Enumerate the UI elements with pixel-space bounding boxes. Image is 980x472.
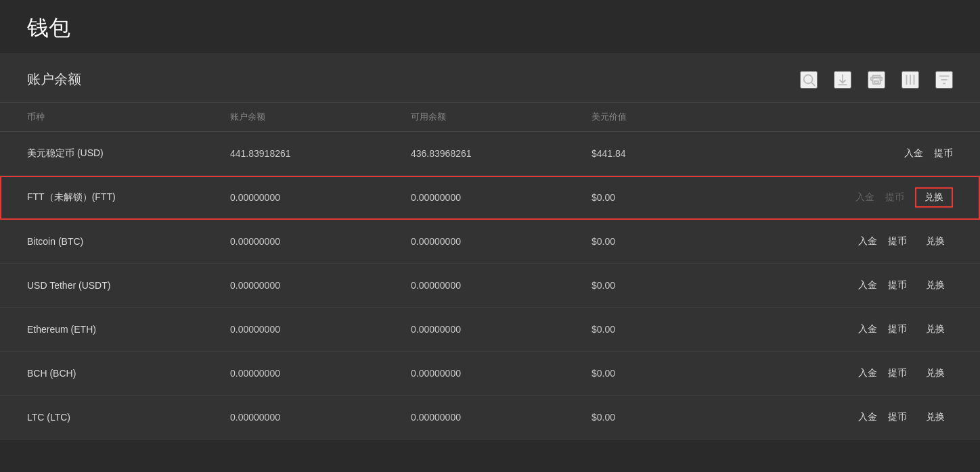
exchange-button-bch[interactable]: 兑换 xyxy=(918,364,953,382)
exchange-button-btc[interactable]: 兑换 xyxy=(918,233,953,250)
print-icon[interactable] xyxy=(868,71,885,89)
currency-name-ltc: LTC (LTC) xyxy=(27,412,230,423)
exchange-button-ltc[interactable]: 兑换 xyxy=(918,408,953,426)
exchange-button-eth[interactable]: 兑换 xyxy=(918,321,953,338)
header-usd-value: 美元价值 xyxy=(592,111,772,123)
svg-rect-3 xyxy=(874,80,878,83)
actions-bch: 入金提币兑换 xyxy=(772,364,953,382)
table-body: 美元稳定币 (USD)441.83918261436.83968261$441.… xyxy=(0,132,980,440)
section-title: 账户余额 xyxy=(27,70,81,89)
withdraw-button-eth[interactable]: 提币 xyxy=(888,323,907,335)
header-currency: 币种 xyxy=(27,111,230,123)
exchange-button-ftt[interactable]: 兑换 xyxy=(915,187,953,208)
usd-value-ltc: $0.00 xyxy=(592,412,772,423)
actions-ltc: 入金提币兑换 xyxy=(772,408,953,426)
usd-value-btc: $0.00 xyxy=(592,236,772,247)
currency-name-usd: 美元稳定币 (USD) xyxy=(27,147,230,160)
table-row: LTC (LTC)0.000000000.00000000$0.00入金提币兑换 xyxy=(0,396,980,440)
svg-line-1 xyxy=(811,82,815,86)
main-content: 账户余额 xyxy=(0,54,980,440)
columns-icon[interactable] xyxy=(901,71,919,89)
deposit-button-usdt[interactable]: 入金 xyxy=(858,279,877,291)
svg-point-0 xyxy=(804,74,813,83)
page-title: 钱包 xyxy=(27,14,953,43)
currency-name-ftt: FTT（未解锁）(FTT) xyxy=(27,191,230,204)
usd-value-usdt: $0.00 xyxy=(592,280,772,291)
account-balance-bch: 0.00000000 xyxy=(230,368,411,379)
withdraw-button-bch[interactable]: 提币 xyxy=(888,367,907,379)
usd-value-ftt: $0.00 xyxy=(592,192,772,203)
deposit-button-eth[interactable]: 入金 xyxy=(858,323,877,335)
available-balance-usdt: 0.00000000 xyxy=(411,280,592,291)
table-row: 美元稳定币 (USD)441.83918261436.83968261$441.… xyxy=(0,132,980,176)
available-balance-ftt: 0.00000000 xyxy=(411,192,592,203)
usd-value-bch: $0.00 xyxy=(592,368,772,379)
table-row: FTT（未解锁）(FTT)0.000000000.00000000$0.00入金… xyxy=(0,176,980,220)
currency-name-bch: BCH (BCH) xyxy=(27,368,230,379)
available-balance-eth: 0.00000000 xyxy=(411,324,592,335)
header-available-balance: 可用余额 xyxy=(411,111,592,123)
deposit-button-ftt: 入金 xyxy=(855,191,874,204)
available-balance-btc: 0.00000000 xyxy=(411,236,592,247)
table-row: USD Tether (USDT)0.000000000.00000000$0.… xyxy=(0,264,980,308)
account-balance-usdt: 0.00000000 xyxy=(230,280,411,291)
account-balance-usd: 441.83918261 xyxy=(230,148,411,159)
withdraw-button-usd[interactable]: 提币 xyxy=(934,147,953,160)
currency-name-usdt: USD Tether (USDT) xyxy=(27,280,230,291)
actions-usdt: 入金提币兑换 xyxy=(772,277,953,294)
available-balance-usd: 436.83968261 xyxy=(411,148,592,159)
section-header: 账户余额 xyxy=(0,54,980,103)
deposit-button-usd[interactable]: 入金 xyxy=(904,147,923,160)
withdraw-button-ltc[interactable]: 提币 xyxy=(888,411,907,423)
page-header: 钱包 xyxy=(0,0,980,54)
header-actions xyxy=(772,111,953,123)
account-balance-btc: 0.00000000 xyxy=(230,236,411,247)
actions-eth: 入金提币兑换 xyxy=(772,321,953,338)
table-row: Ethereum (ETH)0.000000000.00000000$0.00入… xyxy=(0,308,980,352)
filter-icon[interactable] xyxy=(935,71,953,89)
withdraw-button-usdt[interactable]: 提币 xyxy=(888,279,907,291)
withdraw-button-btc[interactable]: 提币 xyxy=(888,235,907,247)
account-balance-ftt: 0.00000000 xyxy=(230,192,411,203)
available-balance-bch: 0.00000000 xyxy=(411,368,592,379)
actions-btc: 入金提币兑换 xyxy=(772,233,953,250)
usd-value-usd: $441.84 xyxy=(592,148,772,159)
usd-value-eth: $0.00 xyxy=(592,324,772,335)
deposit-button-bch[interactable]: 入金 xyxy=(858,367,877,379)
table-row: Bitcoin (BTC)0.000000000.00000000$0.00入金… xyxy=(0,220,980,264)
withdraw-button-ftt: 提币 xyxy=(885,191,904,204)
exchange-button-usdt[interactable]: 兑换 xyxy=(918,277,953,294)
currency-name-eth: Ethereum (ETH) xyxy=(27,324,230,335)
toolbar-icons xyxy=(800,71,953,89)
account-balance-eth: 0.00000000 xyxy=(230,324,411,335)
table-row: BCH (BCH)0.000000000.00000000$0.00入金提币兑换 xyxy=(0,352,980,396)
table-header-row: 币种 账户余额 可用余额 美元价值 xyxy=(0,103,980,132)
actions-usd: 入金提币 xyxy=(772,147,953,160)
deposit-button-btc[interactable]: 入金 xyxy=(858,235,877,247)
available-balance-ltc: 0.00000000 xyxy=(411,412,592,423)
download-icon[interactable] xyxy=(834,71,851,89)
deposit-button-ltc[interactable]: 入金 xyxy=(858,411,877,423)
account-balance-ltc: 0.00000000 xyxy=(230,412,411,423)
currency-name-btc: Bitcoin (BTC) xyxy=(27,236,230,247)
search-icon[interactable] xyxy=(800,71,818,89)
actions-ftt: 入金提币兑换 xyxy=(772,187,953,208)
header-account-balance: 账户余额 xyxy=(230,111,411,123)
